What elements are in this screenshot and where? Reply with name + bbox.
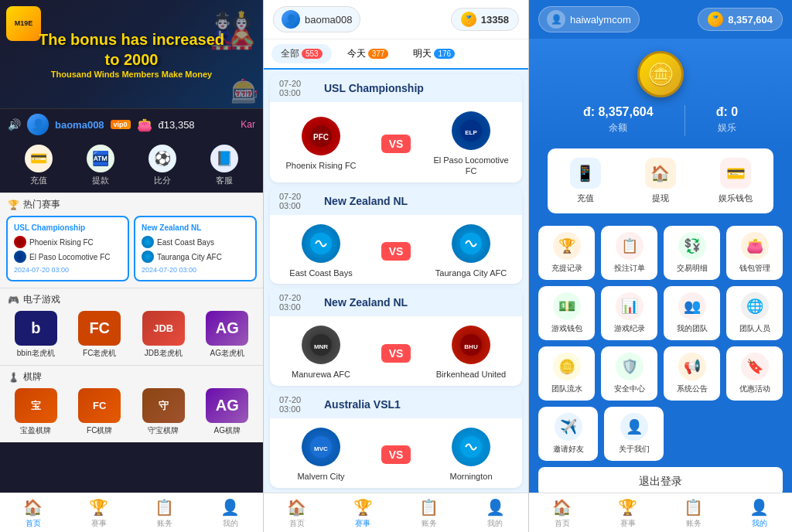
team-members-icon: 🌐 <box>741 292 769 320</box>
grid-transaction[interactable]: 💱 交易明细 <box>664 226 720 280</box>
chess-ag[interactable]: AG AG棋牌 <box>198 388 258 436</box>
nav-finance-p2[interactable]: 📋 账务 <box>396 498 463 529</box>
chess-fc-label: FC棋牌 <box>87 425 112 436</box>
sound-icon[interactable]: 🔊 <box>8 118 21 131</box>
nav-home-p1[interactable]: 🏠 首页 <box>0 498 66 529</box>
my-team-label: 我的团队 <box>677 323 708 334</box>
nav-mine-p3[interactable]: 👤 我的 <box>726 498 792 529</box>
nav-events-p1[interactable]: 🏆 赛事 <box>66 498 131 529</box>
grid-team-members[interactable]: 🌐 团队人员 <box>726 286 783 340</box>
nav-events-p2[interactable]: 🏆 赛事 <box>330 498 397 529</box>
banner-decoration2: 🎰 <box>230 77 259 104</box>
events-label-p2: 赛事 <box>355 518 370 529</box>
points-value-p2: 13358 <box>481 14 509 26</box>
user-pill-p2: 👤 baoma008 <box>273 6 360 32</box>
team3-logo <box>142 236 154 248</box>
team3-name: East Coast Bays <box>157 238 214 247</box>
svg-text:PFC: PFC <box>313 133 329 142</box>
service-icon: 📘 <box>210 145 238 172</box>
action-withdraw[interactable]: 🏧 提款 <box>70 145 131 186</box>
shoubao-label: 守宝棋牌 <box>148 425 179 436</box>
game-wallet-label: 游戏钱包 <box>551 323 582 334</box>
nav-mine-p2[interactable]: 👤 我的 <box>463 498 529 529</box>
invite-label: 邀请好友 <box>553 444 584 455</box>
recharge-record-label: 充提记录 <box>551 263 582 274</box>
panel2-tabs: 全部 553 今天 377 明天 176 <box>264 39 528 70</box>
match-block-3[interactable]: 07-2003:00 New Zealand NL MNR Manurewa A… <box>270 288 522 386</box>
grid-recharge-record[interactable]: 🏆 充提记录 <box>538 226 595 280</box>
grid-bet-order[interactable]: 📋 投注订单 <box>601 226 657 280</box>
nav-finance-p3[interactable]: 📋 账务 <box>661 498 726 529</box>
home-label-p2: 首页 <box>289 518 305 529</box>
game-bbin[interactable]: b bbin老虎机 <box>6 311 66 359</box>
match-block-1[interactable]: 07-2003:00 USL Championship PFC Phoenix … <box>270 74 522 182</box>
score-icon: ⚽ <box>148 145 176 172</box>
my-team-icon: 👥 <box>678 292 706 320</box>
grid-row-1: 🏆 充提记录 📋 投注订单 💱 交易明细 👛 钱包管理 <box>538 226 783 280</box>
banner: M19E The bonus has increasedto 2000 Thou… <box>0 0 263 108</box>
match-block-2[interactable]: 07-2003:00 New Zealand NL East Coast Bay… <box>270 187 522 285</box>
nav-home-p3[interactable]: 🏠 首页 <box>529 498 595 529</box>
team4-name: Tauranga City AFC <box>157 253 222 261</box>
grid-promotions[interactable]: 🔖 优惠活动 <box>726 346 783 401</box>
grid-announcement[interactable]: 📢 系统公告 <box>664 346 720 401</box>
game-wallet-icon: 💵 <box>553 292 581 320</box>
grid-invite[interactable]: ✈️ 邀请好友 <box>538 407 598 461</box>
quick-wallet[interactable]: 💳 娱乐钱包 <box>698 158 773 204</box>
match-card-2[interactable]: New Zealand NL East Coast Bays Tauranga … <box>134 216 257 281</box>
chess-fc-icon: FC <box>78 388 121 423</box>
chess-baoying[interactable]: 宝 宝盈棋牌 <box>6 388 66 436</box>
games-title: 🎮 电子游戏 <box>0 288 263 311</box>
league-name-1: USL Championship <box>14 223 121 232</box>
grid-game-record[interactable]: 📊 游戏纪录 <box>601 286 657 340</box>
grid-security[interactable]: 🛡️ 安全中心 <box>601 346 657 401</box>
action-service[interactable]: 📘 客服 <box>193 145 255 186</box>
match-block-4[interactable]: 07-2003:00 Australia VSL1 MVC Malvern Ci… <box>270 390 522 488</box>
tab-tomorrow[interactable]: 明天 176 <box>404 44 464 63</box>
grid-team-flow[interactable]: 🪙 团队流水 <box>538 346 595 401</box>
tab-today[interactable]: 今天 377 <box>338 44 398 63</box>
panel2-header: 👤 baoma008 🏅 13358 <box>264 0 528 39</box>
action-score[interactable]: ⚽ 比分 <box>131 145 193 186</box>
nav-mine-p1[interactable]: 👤 我的 <box>197 498 263 529</box>
game-ag[interactable]: AG AG老虎机 <box>198 311 258 359</box>
events-label-p1: 赛事 <box>91 518 107 529</box>
jdb-icon: JDB <box>142 311 185 346</box>
chess-fc[interactable]: FC FC棋牌 <box>70 388 130 436</box>
bbin-icon: b <box>15 311 57 346</box>
logout-button[interactable]: 退出登录 <box>538 467 783 493</box>
main-label: 余额 <box>609 121 627 135</box>
grid-wallet-manage[interactable]: 👛 钱包管理 <box>726 226 783 280</box>
chess-shoubao[interactable]: 守 守宝棋牌 <box>134 388 193 436</box>
game-fc[interactable]: FC FC老虎机 <box>70 311 130 359</box>
nav-events-p3[interactable]: 🏆 赛事 <box>595 498 661 529</box>
grid-game-wallet[interactable]: 💵 游戏钱包 <box>538 286 595 340</box>
grid-my-team[interactable]: 👥 我的团队 <box>664 286 720 340</box>
team-flow-icon: 🪙 <box>553 353 581 380</box>
shoubao-icon: 守 <box>142 388 185 423</box>
wallet-manage-icon: 👛 <box>741 232 769 260</box>
game-record-icon: 📊 <box>616 292 644 320</box>
match-card-1[interactable]: USL Championship Phoenix Rising FC El Pa… <box>6 216 129 281</box>
user-bar: 🔊 👤 baoma008 vip0 👛 đ13,358 Kar <box>0 108 263 140</box>
security-label: 安全中心 <box>614 384 645 394</box>
team-phoenix: PFC Phoenix Rising FC <box>282 117 360 171</box>
grid-about[interactable]: 👤 关于我们 <box>604 407 664 461</box>
grid-menu: 🏆 充提记录 📋 投注订单 💱 交易明细 👛 钱包管理 💵 游戏钱包 <box>529 220 792 493</box>
game-jdb[interactable]: JDB JDB老虎机 <box>134 311 193 359</box>
match-date-3: 07-2003:00 <box>279 293 318 312</box>
quick-recharge[interactable]: 📱 充值 <box>548 158 623 204</box>
quick-withdraw[interactable]: 🏠 提现 <box>623 158 698 204</box>
mornington-logo <box>452 428 490 466</box>
username-p2: baoma008 <box>305 14 352 26</box>
withdraw-icon: 🏧 <box>87 145 114 172</box>
finance-icon-p3: 📋 <box>684 498 703 517</box>
nav-finance-p1[interactable]: 📋 账务 <box>131 498 197 529</box>
team4-row: Tauranga City AFC <box>142 251 249 263</box>
tauranga-name: Tauranga City AFC <box>435 268 507 278</box>
action-recharge[interactable]: 💳 充值 <box>8 145 70 186</box>
match-header-1: 07-2003:00 USL Championship <box>270 74 522 102</box>
eastcoast-logo <box>302 224 340 263</box>
tab-all[interactable]: 全部 553 <box>271 44 332 63</box>
nav-home-p2[interactable]: 🏠 首页 <box>264 498 330 529</box>
